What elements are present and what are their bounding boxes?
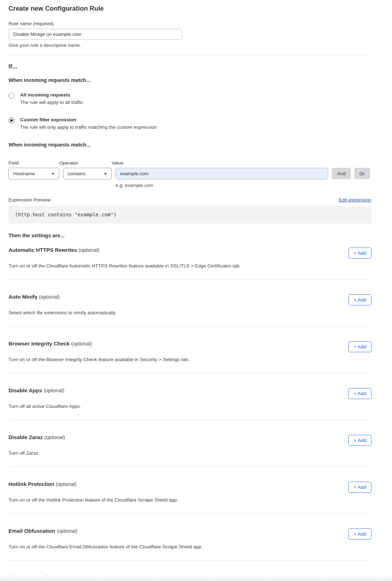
- footer-strip: [0, 576, 392, 581]
- setting-title: Hotlink Protection: [9, 481, 54, 487]
- value-label: Value: [112, 160, 328, 166]
- optional-label: (optional): [79, 247, 99, 253]
- setting-section-hotlink-protection: Hotlink Protection (optional) + Add Turn…: [9, 481, 371, 514]
- setting-section-disable-zaraz: Disable Zaraz (optional) + Add Turn off …: [9, 434, 371, 467]
- radio-button-selected-icon[interactable]: [9, 117, 15, 123]
- value-input[interactable]: [116, 168, 328, 179]
- section-divider: [9, 373, 371, 373]
- chevron-down-icon: ▼: [103, 172, 108, 176]
- match-heading: When incoming requests match...: [9, 77, 371, 83]
- add-button[interactable]: + Add: [348, 248, 371, 259]
- section-divider: [9, 55, 371, 55]
- field-select[interactable]: Hostname ▼: [9, 168, 59, 179]
- add-button[interactable]: + Add: [348, 529, 371, 540]
- optional-label: (optional): [56, 481, 77, 487]
- optional-label: (optional): [44, 388, 64, 393]
- radio-description: The rule will apply to all traffic: [20, 100, 83, 105]
- expression-preview-box: (http.host contains "example.com"): [9, 206, 371, 223]
- edit-expression-link[interactable]: Edit expression: [339, 197, 371, 203]
- setting-description: Turn off all active Cloudflare Apps.: [9, 404, 371, 409]
- expression-preview-label: Expression Preview: [9, 197, 51, 203]
- setting-section-email-obfuscation: Email Obfuscation (optional) + Add Turn …: [9, 528, 371, 560]
- add-button[interactable]: + Add: [348, 341, 371, 352]
- radio-option-all-incoming-requests[interactable]: All incoming requests The rule will appl…: [9, 92, 371, 105]
- setting-section-auto-minify: Auto Minify (optional) + Add Select whic…: [9, 294, 371, 326]
- setting-description: Turn on or off the Cloudflare Automatic …: [9, 263, 371, 269]
- setting-description: Select which file extensions to minify a…: [9, 310, 371, 315]
- radio-button-icon[interactable]: [9, 93, 15, 99]
- setting-title: Email Obfuscation: [9, 528, 55, 534]
- setting-description: Turn on or off the Browser Integrity Che…: [9, 357, 371, 362]
- optional-label: (optional): [44, 435, 65, 440]
- expression-code: (http.host contains "example.com"): [15, 212, 117, 217]
- setting-section-disable-apps: Disable Apps (optional) + Add Turn off a…: [9, 387, 371, 420]
- section-divider: [9, 326, 371, 326]
- filter-match-heading: When incoming requests match...: [9, 142, 371, 148]
- or-button[interactable]: Or: [354, 168, 370, 179]
- add-button[interactable]: + Add: [348, 482, 371, 493]
- operator-label: Operator: [59, 160, 112, 166]
- and-button[interactable]: And: [332, 168, 351, 179]
- rule-name-input[interactable]: [9, 29, 182, 40]
- field-label: Field: [9, 160, 59, 166]
- add-button[interactable]: + Add: [348, 388, 371, 399]
- operator-select[interactable]: contains ▼: [63, 168, 112, 179]
- rule-name-help: Give your rule a descriptive name.: [9, 43, 371, 48]
- radio-description: The rule will only apply to traffic matc…: [20, 124, 157, 130]
- value-help-text: e.g. example.com: [116, 183, 371, 188]
- setting-title: Automatic HTTPS Rewrites: [9, 247, 77, 253]
- optional-label: (optional): [57, 528, 77, 534]
- setting-title: Disable Apps: [9, 387, 42, 393]
- setting-title: Browser Integrity Check: [9, 341, 70, 347]
- optional-label: (optional): [71, 341, 92, 347]
- page-title: Create new Configuration Rule: [9, 5, 371, 12]
- optional-label: (optional): [39, 294, 60, 300]
- operator-select-value: contains: [68, 171, 85, 176]
- if-heading: If...: [9, 63, 371, 70]
- setting-description: Turn on or off the Hotlink Protection fe…: [9, 497, 371, 503]
- create-configuration-rule-form: Create new Configuration Rule Rule name …: [0, 0, 392, 581]
- section-divider: [9, 420, 371, 420]
- chevron-down-icon: ▼: [51, 172, 55, 176]
- setting-section-browser-integrity-check: Browser Integrity Check (optional) + Add…: [9, 341, 371, 373]
- section-divider: [9, 466, 371, 467]
- add-button[interactable]: + Add: [348, 435, 371, 446]
- setting-description: Turn on or off the Cloudflare Email Obfu…: [9, 544, 371, 549]
- setting-section-automatic-https-rewrites: Automatic HTTPS Rewrites (optional) + Ad…: [9, 247, 371, 280]
- add-button[interactable]: + Add: [348, 294, 371, 305]
- setting-description: Turn off Zaraz.: [9, 450, 371, 456]
- section-divider: [9, 513, 371, 514]
- radio-label: Custom filter expression: [20, 117, 157, 122]
- settings-heading: Then the settings are...: [9, 233, 371, 238]
- setting-title: Auto Minify: [9, 294, 38, 300]
- radio-label: All incoming requests: [20, 92, 83, 98]
- field-select-value: Hostname: [13, 171, 35, 176]
- rule-name-label: Rule name (required): [9, 21, 371, 26]
- section-divider: [9, 279, 371, 280]
- section-divider: [9, 560, 371, 560]
- filter-builder-row: Field Hostname ▼ Operator contains ▼ Val…: [9, 148, 371, 179]
- setting-title: Disable Zaraz: [9, 434, 43, 440]
- radio-option-custom-filter-expression[interactable]: Custom filter expression The rule will o…: [9, 117, 371, 130]
